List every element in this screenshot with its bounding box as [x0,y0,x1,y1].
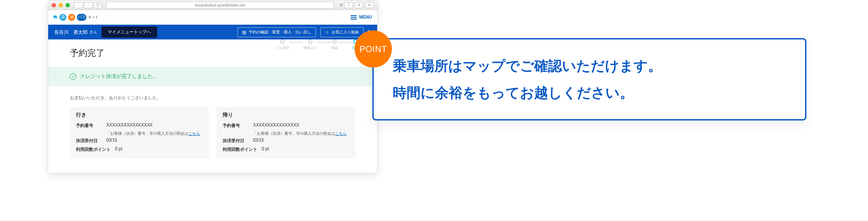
points-label: 利用回数ポイント [76,146,111,153]
window-controls [52,3,70,7]
outbound-title: 行き [76,111,203,119]
settlement-date-label: 決済受付日 [223,138,249,144]
browser-right-buttons: ⇧ ⊕ ⧉ [344,2,374,8]
settlement-date-value: 03/15 [253,138,349,143]
callout-line-1: 乗車場所はマップでご確認いただけます。 [393,55,786,76]
zoom-icon[interactable] [66,3,70,7]
inbound-title: 帰り [223,111,349,119]
booking-number-label: 予約番号 [76,123,102,129]
inbound-card: 帰り 予約番号 XXXXXXXXXXXXXXXX 「お客様（決済）番号」等や購入… [217,107,355,158]
booking-number-label: 予約番号 [223,123,249,129]
thanks-text: お支払いいただき、ありがとうございました。 [70,95,355,101]
settlement-date-label: 決済受付日 [76,138,102,144]
sidebar-button[interactable]: ☰ [93,2,102,8]
logo-sub: ネット [88,15,99,20]
success-banner: ✓ クレジット決済が完了しました。 [48,67,377,86]
star-icon: ☆ [325,30,329,35]
forward-button[interactable]: › [84,2,92,8]
url-bar[interactable]: kousokubus.soundcream.net [106,2,334,9]
step-bus-select: バス選択 [276,39,289,50]
booking-number-value: XXXXXXXXXXXXXXXX [253,123,349,127]
favorite-routes-button[interactable]: ☆ お気に入り路線 [320,27,364,37]
point-badge: POINT [355,30,392,68]
browser-nav-buttons: ‹ › ☰ [74,2,102,8]
downloads-button[interactable]: ⊕ [355,2,363,8]
progress-stepper: バス選択 情報入力 確認 完了 [276,39,359,50]
points-label: 利用回数ポイント [223,146,257,153]
share-button[interactable]: ⇧ [344,2,353,8]
tabs-button[interactable]: ⧉ [365,2,374,8]
hamburger-icon [351,15,357,20]
points-value: 0 pt [262,146,349,151]
main-content: 予約完了 ✓ クレジット決済が完了しました。 お支払いいただき、ありがとうござい… [48,39,377,158]
check-circle-icon: ✓ [70,73,76,80]
callout-line-2: 時間に余裕をもってお越しください。 [393,82,786,103]
reservation-cards: 行き 予約番号 XXXXXXXXXXXXXXXX 「お客様（決済）番号」等や購入… [70,107,355,158]
user-bar: 長谷川 勇太郎 さん マイメニュートップへ ▤ 予約の確認・変更・購入・払い戻し… [48,25,377,39]
close-icon[interactable] [52,3,56,7]
booking-number-value: XXXXXXXXXXXXXXXX [106,123,203,127]
site-header: ⛟ 高 速 バス ネット MENU [48,10,377,25]
document-icon: ▤ [242,30,246,35]
mymenu-top-button[interactable]: マイメニュートップへ [102,26,157,38]
points-value: 0 pt [115,146,203,151]
step-confirm: 確認 [331,39,338,50]
success-text: クレジット決済が完了しました。 [80,73,158,80]
purchase-note: 「お客様（決済）番号」等や購入方法の照会は [253,131,335,136]
user-name: 長谷川 勇太郎 さん [54,29,97,36]
menu-button[interactable]: MENU [351,15,372,20]
site-logo[interactable]: ⛟ 高 速 バス ネット [53,14,99,21]
logo-bubble-1: 高 [59,14,66,21]
browser-window: ‹ › ☰ kousokubus.soundcream.net ⟳ ⇧ ⊕ ⧉ … [48,0,378,173]
purchase-info-link[interactable]: こちら [335,131,347,136]
reservation-actions-button[interactable]: ▤ 予約の確認・変更・購入・払い戻し [237,27,316,37]
site-viewport: ⛟ 高 速 バス ネット MENU 長谷川 勇太郎 さん マイメニュートップへ … [48,10,377,173]
browser-titlebar: ‹ › ☰ kousokubus.soundcream.net ⟳ ⇧ ⊕ ⧉ [48,0,377,10]
outbound-card: 行き 予約番号 XXXXXXXXXXXXXXXX 「お客様（決済）番号」等や購入… [70,107,209,158]
minimize-icon[interactable] [59,3,63,7]
back-button[interactable]: ‹ [74,2,83,8]
settlement-date-value: 03/15 [106,138,203,143]
reload-icon[interactable]: ⟳ [338,3,344,7]
menu-label: MENU [359,15,372,20]
purchase-note: 「お客様（決済）番号」等や購入方法の照会は [106,131,188,136]
step-info: 情報入力 [303,39,317,50]
point-callout: 乗車場所はマップでご確認いただけます。 時間に余裕をもってお越しください。 [372,38,806,120]
logo-bubble-3: バス [77,14,86,21]
purchase-info-link[interactable]: こちら [188,131,200,136]
logo-bubble-2: 速 [68,14,75,21]
